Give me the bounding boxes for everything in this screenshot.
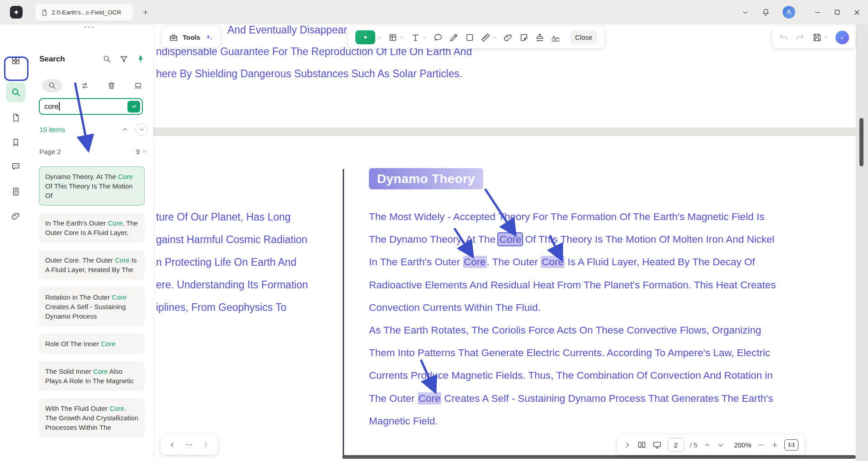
signature-tool-icon[interactable] xyxy=(551,33,561,42)
search-mode-tabs xyxy=(38,78,146,93)
document-text-line: Magnetic Field. xyxy=(369,410,776,433)
page-group-label: Page 2 xyxy=(39,148,61,155)
document-text-line: Radioactive Elements And Residual Heat F… xyxy=(369,274,776,296)
collapse-chevron-icon[interactable] xyxy=(142,148,148,155)
search-results-list: Dynamo Theory. At The Core Of This Theor… xyxy=(39,166,145,437)
close-window-button[interactable] xyxy=(853,9,861,16)
document-tab[interactable]: 2.0-Earth's...c-Field_OCR xyxy=(35,4,133,21)
search-result-item[interactable]: With The Fluid Outer Core. The Growth An… xyxy=(39,398,145,437)
save-button[interactable] xyxy=(812,33,829,42)
present-play-button[interactable] xyxy=(355,30,382,44)
document-text-line: In The Earth's Outer Core. The Outer Cor… xyxy=(369,251,776,273)
search-panel-icon[interactable] xyxy=(6,82,26,102)
attachments-panel-icon[interactable] xyxy=(6,206,26,226)
results-count: 15 items xyxy=(39,126,65,133)
presentation-mode-icon[interactable] xyxy=(652,440,662,450)
pin-icon[interactable] xyxy=(136,55,145,64)
horizontal-scrollbar[interactable] xyxy=(342,455,856,459)
search-result-item[interactable]: In The Earth's Outer Core. The Outer Cor… xyxy=(39,213,145,243)
actual-size-button[interactable]: 1:1 xyxy=(784,439,798,451)
search-tab[interactable] xyxy=(42,79,62,92)
expand-panel-icon[interactable] xyxy=(623,441,631,449)
document-text-line: As The Earth Rotates, The Coriolis Force… xyxy=(369,319,776,342)
attachment-tool-icon[interactable] xyxy=(503,33,513,42)
search-result-item[interactable]: Outer Core. The Outer Core Is A Fluid La… xyxy=(39,250,145,280)
frame-icon xyxy=(388,33,398,42)
ink-pen-icon[interactable] xyxy=(6,459,26,461)
page-match-count: 9 xyxy=(136,148,140,155)
next-page-icon[interactable] xyxy=(717,441,725,449)
page-nav-pill xyxy=(160,435,217,455)
search-input[interactable]: core xyxy=(39,98,143,115)
pen-tool-icon[interactable] xyxy=(449,33,459,42)
advanced-search-icon[interactable] xyxy=(103,55,112,64)
comment-tool-icon[interactable] xyxy=(433,33,443,42)
previous-page-icon[interactable] xyxy=(703,441,711,449)
stamp-tool-icon[interactable] xyxy=(535,33,545,42)
search-result-item[interactable]: Dynamo Theory. At The Core Of This Theor… xyxy=(39,166,145,206)
measure-tool-button[interactable] xyxy=(481,33,497,42)
document-text-line: iplines, From Geophysics To xyxy=(156,301,286,314)
comments-panel-icon[interactable] xyxy=(6,156,26,176)
ruler-icon xyxy=(481,33,491,42)
search-result-item[interactable]: The Solid Inner Core Also Plays A Role I… xyxy=(39,361,145,391)
sticker-tool-icon[interactable] xyxy=(519,33,529,42)
reading-mode-icon[interactable] xyxy=(637,440,646,450)
notifications-bell-icon[interactable] xyxy=(761,8,770,17)
app-window: And Eventually Disappear ndispensable Gu… xyxy=(0,0,868,461)
document-body: The Most Widely - Accepted Theory For Th… xyxy=(369,206,776,433)
zoom-level[interactable]: 200% xyxy=(734,441,751,449)
frame-tool-button[interactable] xyxy=(388,33,405,42)
document-text-line: The Outer Core Creates A Self - Sustaini… xyxy=(369,387,776,410)
view-controls-pill: 2 / 5 200% 1:1 xyxy=(617,435,805,455)
new-tab-button[interactable] xyxy=(142,9,149,16)
replace-tab[interactable] xyxy=(80,81,89,90)
left-sidebar-rail xyxy=(0,24,31,461)
app-logo[interactable] xyxy=(10,6,23,19)
user-avatar[interactable] xyxy=(783,6,795,19)
search-submit-button[interactable] xyxy=(127,101,140,113)
document-text-line: n Protecting Life On Earth And xyxy=(156,256,297,268)
vertical-scrollbar[interactable] xyxy=(859,118,863,166)
text-cursor xyxy=(59,102,60,111)
text-tool-button[interactable] xyxy=(410,33,427,42)
previous-result-icon[interactable] xyxy=(121,126,129,133)
forward-icon[interactable] xyxy=(202,441,210,449)
document-text-line: Convection Currents Within The Fluid. xyxy=(369,296,776,319)
document-text-line: gainst Harmful Cosmic Radiation xyxy=(156,234,307,246)
more-options-icon[interactable] xyxy=(185,441,193,449)
back-icon[interactable] xyxy=(168,441,176,449)
panel-drag-handle[interactable] xyxy=(85,26,94,28)
document-text-line: Them Into Patterns That Generate Electri… xyxy=(369,342,776,364)
search-panel: Search xyxy=(31,24,153,461)
tools-button[interactable]: Tools xyxy=(183,33,200,41)
play-icon xyxy=(355,30,375,44)
ai-assistant-button[interactable] xyxy=(835,31,849,44)
summary-panel-icon[interactable] xyxy=(6,182,26,202)
delete-search-icon[interactable] xyxy=(107,81,116,90)
document-text-line: here By Shielding Dangerous Substances S… xyxy=(156,68,462,80)
search-settings-icon[interactable] xyxy=(134,81,142,90)
toolbox-icon[interactable] xyxy=(169,33,179,42)
page-group-row[interactable]: Page 2 9 xyxy=(39,146,148,157)
redo-icon[interactable] xyxy=(795,33,805,42)
maximize-button[interactable] xyxy=(834,9,841,16)
shape-tool-icon[interactable] xyxy=(465,33,475,42)
chevron-down-icon[interactable] xyxy=(741,9,749,16)
zoom-in-icon[interactable] xyxy=(771,441,778,449)
titlebar: 2.0-Earth's...c-Field_OCR xyxy=(0,0,868,24)
document-text-line: And Eventually Disappear xyxy=(227,24,347,36)
minimize-button[interactable] xyxy=(814,9,821,16)
search-result-item[interactable]: Rotation in The Outer Core Creates A Sel… xyxy=(39,287,145,326)
ai-sparkle-icon[interactable] xyxy=(204,33,213,42)
close-toolbar-button[interactable]: Close xyxy=(570,30,597,44)
undo-icon[interactable] xyxy=(778,33,788,42)
zoom-out-icon[interactable] xyxy=(757,441,765,449)
search-result-item[interactable]: Role Of The Inner Core xyxy=(39,334,145,354)
page-number-input[interactable]: 2 xyxy=(668,438,684,452)
filter-icon[interactable] xyxy=(119,55,128,64)
next-result-icon[interactable] xyxy=(135,123,148,136)
thumbnails-panel-icon[interactable] xyxy=(6,108,26,127)
bookmarks-panel-icon[interactable] xyxy=(6,132,26,152)
document-icon xyxy=(41,9,48,16)
